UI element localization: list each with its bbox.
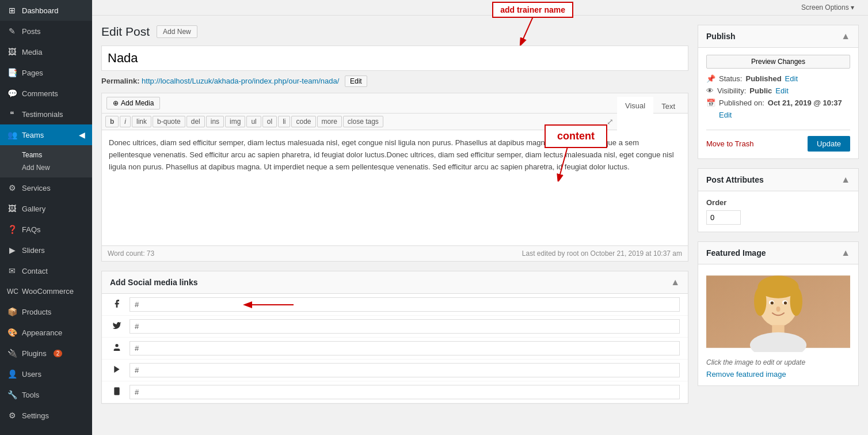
woocommerce-icon: WC [7,288,17,296]
status-row: 📌 Status: Published Edit [706,74,850,83]
featured-image-toggle[interactable]: ▲ [841,248,850,258]
social-row-linkedin [102,338,688,360]
content-annotation: content [545,124,607,181]
sidebar-item-gallery[interactable]: 🖼 Gallery [0,198,92,219]
published-date-row: 📅 Published on: Oct 21, 2019 @ 10:37 [706,99,850,107]
screen-options-button[interactable]: Screen Options ▾ [797,2,859,13]
add-new-button[interactable]: Add New [157,25,197,38]
sidebar-item-media[interactable]: 🖼 Media [0,41,92,62]
mobile-input[interactable] [130,385,680,399]
format-italic[interactable]: i [120,116,131,127]
order-input[interactable] [706,210,741,225]
sidebar-item-contact[interactable]: ✉ Contact [0,260,92,281]
plugins-badge: 2 [54,350,63,357]
remove-featured-image-link[interactable]: Remove featured image [706,370,786,379]
post-attributes-header: Post Attributes ▲ [698,169,858,191]
sidebar-item-sliders[interactable]: ▶ Sliders [0,240,92,260]
format-code[interactable]: code [291,116,315,127]
sidebar-item-settings[interactable]: ⚙ Settings [0,405,92,426]
post-attributes-title: Post Attributes [706,175,764,184]
status-edit-link[interactable]: Edit [785,74,798,83]
publish-divider [706,130,850,130]
testimonials-icon: ❝ [7,109,17,119]
sidebar-item-appearance[interactable]: 🎨 Appearance [0,322,92,343]
sidebar-item-products[interactable]: 📦 Products [0,301,92,322]
svg-point-21 [784,301,787,304]
sidebar-item-tools[interactable]: 🔧 Tools [0,384,92,405]
permalink-edit-button[interactable]: Edit [345,75,367,87]
format-more[interactable]: more [317,116,342,127]
featured-image-container[interactable] [706,271,850,354]
publish-box-body: Preview Changes 📌 Status: Published Edit… [698,48,858,158]
format-img[interactable]: img [225,116,245,127]
sidebar-item-plugins[interactable]: 🔌 Plugins 2 [0,343,92,364]
sidebar-item-users[interactable]: 👤 Users [0,364,92,384]
format-toolbar: b i link b-quote del ins img ul ol li co… [102,114,617,130]
sidebar-item-posts[interactable]: ✎ Posts [0,21,92,41]
move-trash-link[interactable]: Move to Trash [706,139,753,148]
format-ins[interactable]: ins [206,116,224,127]
featured-image[interactable] [706,271,850,352]
post-attributes-box: Post Attributes ▲ Order [698,168,859,232]
linkedin-input[interactable] [130,341,680,355]
published-date-edit-link[interactable]: Edit [719,111,732,119]
sidebar-item-dashboard[interactable]: ⊞ Dashboard [0,0,92,21]
sidebar-item-testimonials[interactable]: ❝ Testimonials [0,104,92,124]
publish-title: Publish [706,32,736,41]
svg-point-14 [754,287,766,316]
tab-text[interactable]: Text [653,97,683,116]
sidebar-item-faqs[interactable]: ❓ FAQs [0,219,92,240]
facebook-input[interactable] [130,297,680,312]
format-li[interactable]: li [278,116,290,127]
twitter-icon [110,321,124,332]
featured-image-box: Featured Image ▲ [698,241,859,386]
update-button[interactable]: Update [808,136,850,152]
visibility-eye-icon: 👁 [706,86,714,95]
visibility-edit-link[interactable]: Edit [775,86,788,95]
sidebar-item-services[interactable]: ⚙ Services [0,177,92,198]
format-ul[interactable]: ul [246,116,261,127]
format-bquote[interactable]: b-quote [153,116,185,127]
users-icon: 👤 [7,369,17,379]
editor-box: ⊕ Add Media Visual Text b i link b-quote… [101,93,688,262]
svg-rect-8 [114,387,119,395]
format-del[interactable]: del [186,116,205,127]
post-title-input[interactable] [101,46,688,71]
social-media-header[interactable]: Add Social media links ▲ [102,271,688,294]
sidebar-item-teams[interactable]: 👥 Teams ◀ [0,124,92,145]
sidebar-subitem-teams[interactable]: Teams [22,149,92,161]
sidebar-item-woocommerce[interactable]: WC WooCommerce [0,281,92,301]
services-icon: ⚙ [7,183,17,192]
format-ol[interactable]: ol [262,116,277,127]
publish-toggle[interactable]: ▲ [841,31,850,41]
publish-actions: Move to Trash Update [706,136,850,152]
page-title: Edit Post [101,25,150,39]
calendar-icon: 📅 [706,99,715,107]
sidebar-subitem-add-new[interactable]: Add New [22,161,92,174]
social-row-facebook [102,294,688,316]
format-bold[interactable]: b [105,116,119,127]
trainer-name-arrow [516,17,550,46]
youtube-icon [110,365,124,376]
permalink-link[interactable]: http://localhost/Luzuk/akhada-pro/index.… [142,77,339,85]
expand-editor-button[interactable]: ⤢ [607,116,614,127]
sidebar-item-pages[interactable]: 📑 Pages [0,62,92,83]
preview-changes-button[interactable]: Preview Changes [706,55,850,69]
format-close-tags[interactable]: close tags [343,116,383,127]
teams-arrow-icon: ◀ [79,130,85,139]
post-attributes-toggle[interactable]: ▲ [841,175,850,185]
tab-visual[interactable]: Visual [617,97,653,116]
format-link[interactable]: link [132,116,151,127]
teams-submenu: Teams Add New [0,145,92,177]
sidebar-item-comments[interactable]: 💬 Comments [0,83,92,104]
mobile-icon [110,387,124,398]
editor-footer: Word count: 73 Last edited by root on Oc… [102,245,688,261]
social-media-toggle[interactable]: ▲ [671,277,680,288]
content-wrapper: content Donec ultrices, diam sed efficit… [102,130,688,245]
add-media-button[interactable]: ⊕ Add Media [106,97,160,109]
right-sidebar: Publish ▲ Preview Changes 📌 Status: Publ… [698,25,859,404]
twitter-input[interactable] [130,319,680,334]
svg-point-6 [115,344,118,347]
trainer-name-annotation: add trainer name [492,2,573,46]
youtube-input[interactable] [130,363,680,377]
